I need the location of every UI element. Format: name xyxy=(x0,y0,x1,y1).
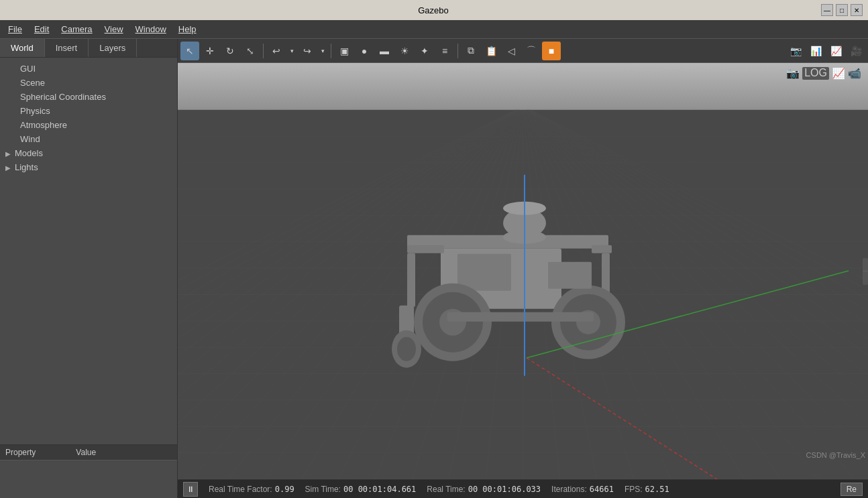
svg-rect-2 xyxy=(407,245,444,253)
sim-time-label: Sim Time: xyxy=(305,485,341,494)
svg-point-18 xyxy=(397,336,416,361)
minimize-button[interactable]: — xyxy=(821,4,833,16)
menu-item-file[interactable]: File xyxy=(3,22,28,36)
viewport-handle[interactable]: ··· xyxy=(863,258,868,285)
expand-arrow-lights: ▶ xyxy=(5,164,15,172)
viewport-area: ↖✛↻⤡↩▾↪▾▣●▬☀✦≡⧉📋◁⌒■📷📊📈🎥 xyxy=(178,39,868,498)
expand-arrow-models: ▶ xyxy=(5,150,15,158)
toolbar-btn-redo[interactable]: ↪ xyxy=(298,42,317,60)
toolbar-btn-sphere[interactable]: ● xyxy=(355,42,374,60)
toolbar-btn-scale[interactable]: ⤡ xyxy=(241,42,260,60)
toolbar-btn-record[interactable]: 🎥 xyxy=(847,42,865,60)
toolbar-btn-cylinder[interactable]: ▬ xyxy=(375,42,394,60)
tree-item-lights[interactable]: ▶Lights xyxy=(0,160,177,174)
world-tree: GUISceneSpherical CoordinatesPhysicsAtmo… xyxy=(0,58,177,444)
toolbar-btn-undo-options[interactable]: ▾ xyxy=(287,42,296,60)
tree-item-atmosphere[interactable]: Atmosphere xyxy=(0,118,177,132)
property-col-header: Property xyxy=(5,448,36,457)
rtf-label: Real Time Factor: xyxy=(209,485,272,494)
properties-panel: Property Value xyxy=(0,444,177,498)
toolbar-btn-translate[interactable]: ✛ xyxy=(201,42,219,60)
toolbar-btn-material[interactable]: ■ xyxy=(542,42,561,60)
menu-item-window[interactable]: Window xyxy=(130,22,172,36)
robot-svg xyxy=(354,168,662,395)
menu-item-edit[interactable]: Edit xyxy=(29,22,54,36)
pause-control[interactable]: ⏸ xyxy=(183,482,198,497)
toolbar-btn-plot[interactable]: 📈 xyxy=(826,42,845,60)
real-time-factor: Real Time Factor: 0.99 xyxy=(209,485,294,494)
menu-bar: FileEditCameraViewWindowHelp xyxy=(0,20,868,39)
watermark: CSDN @Travis_X xyxy=(804,450,868,460)
real-time-value: 00 00:01:06.033 xyxy=(468,485,541,494)
screenshot-icon[interactable]: 📷 xyxy=(786,67,800,80)
menu-item-view[interactable]: View xyxy=(99,22,129,36)
fps-label: FPS: xyxy=(625,485,643,494)
maximize-button[interactable]: □ xyxy=(836,4,848,16)
value-col-header: Value xyxy=(76,448,96,457)
toolbar-btn-sparkle[interactable]: ✦ xyxy=(415,42,434,60)
toolbar-btn-paste[interactable]: 📋 xyxy=(482,42,500,60)
menu-item-camera[interactable]: Camera xyxy=(56,22,97,36)
toolbar-btn-select[interactable]: ↖ xyxy=(180,42,199,60)
tree-item-spherical-coordinates[interactable]: Spherical Coordinates xyxy=(0,90,177,104)
iterations-label: Iterations: xyxy=(551,485,587,494)
pause-button[interactable]: ⏸ xyxy=(183,482,198,497)
svg-rect-4 xyxy=(592,245,612,253)
tab-insert[interactable]: Insert xyxy=(45,39,89,57)
toolbar-btn-screenshot[interactable]: 📷 xyxy=(786,42,805,60)
status-bar: ⏸ Real Time Factor: 0.99 Sim Time: 00 00… xyxy=(178,479,868,498)
robot-model xyxy=(354,168,662,397)
window-controls[interactable]: — □ ✕ xyxy=(821,4,863,16)
close-button[interactable]: ✕ xyxy=(851,4,863,16)
chart-icon[interactable]: 📈 xyxy=(832,67,845,80)
real-time-label: Real Time: xyxy=(427,485,465,494)
toolbar-btn-redo-options[interactable]: ▾ xyxy=(318,42,327,60)
iterations-value: 64661 xyxy=(590,485,614,494)
tree-item-scene[interactable]: Scene xyxy=(0,76,177,90)
svg-rect-20 xyxy=(447,312,594,321)
fps-value: 62.51 xyxy=(645,485,669,494)
toolbar-separator xyxy=(263,44,264,58)
toolbar-separator xyxy=(457,44,458,58)
main-content: World Insert Layers GUISceneSpherical Co… xyxy=(0,39,868,498)
tree-item-physics[interactable]: Physics xyxy=(0,104,177,118)
log-icon[interactable]: LOG xyxy=(802,67,829,80)
sim-time-value: 00 00:01:04.661 xyxy=(343,485,416,494)
fps: FPS: 62.51 xyxy=(625,485,669,494)
app-title: Gazebo xyxy=(46,5,821,15)
video-icon[interactable]: 📹 xyxy=(848,67,861,80)
tree-item-wind[interactable]: Wind xyxy=(0,132,177,146)
menu-item-help[interactable]: Help xyxy=(173,22,202,36)
left-panel: World Insert Layers GUISceneSpherical Co… xyxy=(0,39,178,498)
toolbar-btn-align[interactable]: ◁ xyxy=(502,42,521,60)
toolbar-btn-copy[interactable]: ⧉ xyxy=(462,42,480,60)
viewport-icons: 📷 LOG 📈 📹 xyxy=(786,67,861,80)
rtf-value: 0.99 xyxy=(275,485,294,494)
toolbar-btn-lines[interactable]: ≡ xyxy=(435,42,454,60)
tab-layers[interactable]: Layers xyxy=(89,39,137,57)
toolbar-btn-rotate[interactable]: ↻ xyxy=(221,42,239,60)
toolbar-btn-box[interactable]: ▣ xyxy=(335,42,354,60)
svg-rect-3 xyxy=(407,253,415,306)
toolbar-separator xyxy=(331,44,331,58)
toolbar-btn-snap[interactable]: ⌒ xyxy=(522,42,541,60)
svg-rect-9 xyxy=(457,253,511,290)
3d-viewport[interactable]: 📷 LOG 📈 📹 ··· CSDN @Travis_X xyxy=(178,63,868,479)
title-bar: Gazebo — □ ✕ xyxy=(0,0,868,20)
toolbar-btn-light[interactable]: ☀ xyxy=(395,42,414,60)
real-time: Real Time: 00 00:01:06.033 xyxy=(427,485,541,494)
tree-item-models[interactable]: ▶Models xyxy=(0,146,177,160)
toolbar: ↖✛↻⤡↩▾↪▾▣●▬☀✦≡⧉📋◁⌒■📷📊📈🎥 xyxy=(178,39,868,63)
re-button[interactable]: Re xyxy=(840,483,863,496)
svg-rect-19 xyxy=(548,261,592,288)
sim-time: Sim Time: 00 00:01:04.661 xyxy=(305,485,417,494)
properties-header: Property Value xyxy=(0,445,177,460)
tree-item-gui[interactable]: GUI xyxy=(0,62,177,76)
toolbar-btn-log[interactable]: 📊 xyxy=(806,42,825,60)
toolbar-btn-undo[interactable]: ↩ xyxy=(267,42,286,60)
tab-world[interactable]: World xyxy=(0,39,45,57)
iterations: Iterations: 64661 xyxy=(551,485,614,494)
tab-bar: World Insert Layers xyxy=(0,39,177,58)
